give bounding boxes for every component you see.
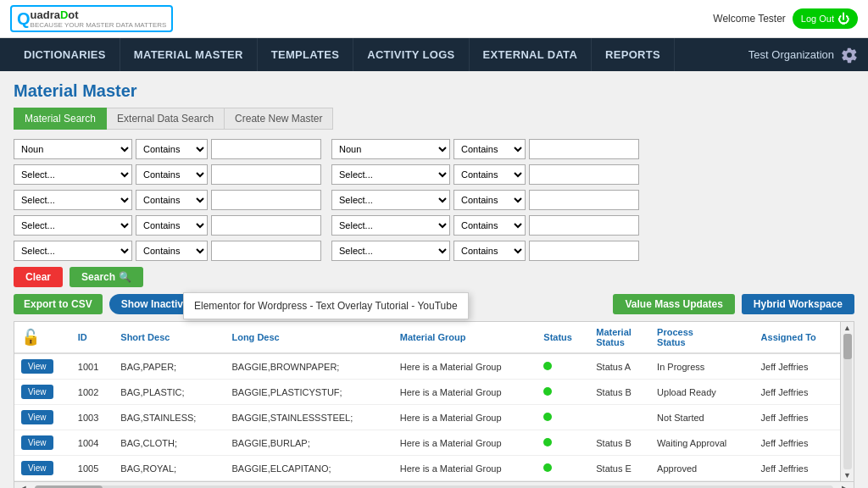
nav-material-master[interactable]: MATERIAL MASTER [120, 38, 258, 71]
nav-items: DICTIONARIES MATERIAL MASTER TEMPLATES A… [10, 38, 675, 71]
tooltip-text: Elementor for Wordpress - Text Overlay T… [194, 300, 458, 312]
view-button[interactable]: View [21, 435, 53, 450]
row-process-status: Approved [650, 456, 754, 481]
val-input-3-right[interactable] [529, 190, 639, 210]
value-mass-updates-button[interactable]: Value Mass Updates [613, 294, 734, 314]
tab-external-data-search[interactable]: External Data Search [107, 108, 225, 130]
row-material-group: Here is a Material Group [393, 456, 537, 481]
tab-bar: Material Search External Data Search Cre… [14, 108, 854, 130]
view-button[interactable]: View [21, 385, 53, 399]
noun-select-1-right[interactable]: Noun [331, 139, 450, 159]
row-view-btn-cell: View [14, 405, 71, 430]
row-status [537, 353, 589, 380]
op-select-5-left[interactable]: Contains [136, 241, 208, 261]
search-row-5-left: Select... Contains [14, 240, 321, 262]
noun-select-1-left[interactable]: Noun [14, 139, 132, 159]
op-select-1-right[interactable]: Contains [453, 139, 526, 159]
val-input-4-right[interactable] [529, 215, 639, 236]
col-assigned-to: Assigned To [754, 322, 840, 353]
scroll-up-arrow[interactable]: ▲ [843, 324, 851, 332]
view-button[interactable]: View [21, 461, 53, 475]
search-row-5-right: Select... Contains [331, 240, 639, 262]
action-buttons: Clear Search 🔍 [14, 267, 854, 287]
row-id: 1002 [71, 380, 114, 405]
lock-icon: 🔓 [21, 329, 40, 346]
op-select-3-left[interactable]: Contains [136, 190, 208, 210]
scroll-left-arrow[interactable]: ◀ [14, 484, 31, 488]
row-process-status: Not Started [650, 405, 754, 430]
results-table: 🔓 ID Short Desc Long Desc Material Group… [14, 322, 840, 481]
noun-select-3-left[interactable]: Select... [14, 190, 132, 210]
op-select-1-left[interactable]: Contains [136, 139, 208, 159]
settings-icon[interactable] [841, 47, 858, 64]
val-input-1-left[interactable] [211, 139, 321, 159]
nav-external-data[interactable]: EXTERNAL DATA [470, 38, 593, 71]
op-select-4-right[interactable]: Contains [453, 215, 526, 236]
noun-select-2-right[interactable]: Select... [331, 164, 450, 185]
val-input-1-right[interactable] [529, 139, 639, 159]
results-table-container[interactable]: 🔓 ID Short Desc Long Desc Material Group… [14, 321, 841, 482]
val-input-2-right[interactable] [529, 164, 639, 185]
col-material-status: MaterialStatus [589, 322, 650, 353]
toolbar-right: Value Mass Updates Hybrid Workspace [613, 294, 854, 314]
row-status [537, 380, 589, 405]
top-right: Welcome Tester Log Out ⏻ [713, 8, 858, 29]
row-view-btn-cell: View [14, 456, 71, 481]
view-button[interactable]: View [21, 359, 53, 374]
row-material-status [589, 405, 650, 430]
tab-create-new-master[interactable]: Create New Master [225, 108, 333, 130]
scroll-track [843, 334, 852, 469]
scroll-down-arrow[interactable]: ▼ [843, 471, 851, 480]
search-row-4-right: Select... Contains [331, 214, 639, 236]
row-long-desc: BAGGIE,BURLAP; [225, 430, 392, 456]
col-status: Status [537, 322, 589, 353]
search-left-col: Noun Contains Select... Contains Select.… [14, 138, 321, 262]
row-assigned-to: Jeff Jeffries [754, 405, 840, 430]
top-bar: Q uadraDot BECAUSE YOUR MASTER DATA MATT… [0, 0, 868, 38]
search-button[interactable]: Search 🔍 [70, 267, 143, 287]
op-select-5-right[interactable]: Contains [453, 241, 526, 261]
col-id: ID [71, 322, 114, 353]
col-lock: 🔓 [14, 322, 71, 353]
status-indicator [543, 438, 552, 446]
val-input-4-left[interactable] [211, 215, 321, 236]
noun-select-2-left[interactable]: Select... [14, 164, 132, 185]
vertical-scrollbar[interactable]: ▲ ▼ [841, 321, 854, 482]
op-select-3-right[interactable]: Contains [453, 190, 526, 210]
val-input-5-right[interactable] [529, 241, 639, 261]
val-input-2-left[interactable] [211, 164, 321, 185]
logout-button[interactable]: Log Out ⏻ [793, 8, 858, 29]
val-input-3-left[interactable] [211, 190, 321, 210]
noun-select-5-right[interactable]: Select... [331, 241, 450, 261]
noun-select-4-left[interactable]: Select... [14, 215, 132, 236]
nav-templates[interactable]: TEMPLATES [258, 38, 353, 71]
col-process-status: ProcessStatus [650, 322, 754, 353]
col-material-group: Material Group [393, 322, 537, 353]
view-button[interactable]: View [21, 410, 53, 424]
noun-select-3-right[interactable]: Select... [331, 190, 450, 210]
nav-reports[interactable]: REPORTS [592, 38, 675, 71]
tab-material-search[interactable]: Material Search [14, 108, 107, 130]
main-nav: DICTIONARIES MATERIAL MASTER TEMPLATES A… [0, 38, 868, 71]
scroll-right-arrow[interactable]: ▶ [837, 484, 854, 488]
op-select-4-left[interactable]: Contains [136, 215, 208, 236]
export-csv-button[interactable]: Export to CSV [14, 294, 103, 314]
row-material-group: Here is a Material Group [393, 405, 537, 430]
noun-select-5-left[interactable]: Select... [14, 241, 132, 261]
horizontal-scrollbar[interactable]: ◀ ▶ [14, 482, 854, 488]
row-view-btn-cell: View [14, 380, 71, 405]
row-short-desc: BAG,CLOTH; [114, 430, 225, 456]
hybrid-workspace-button[interactable]: Hybrid Workspace [742, 294, 854, 314]
status-indicator [543, 463, 552, 472]
nav-dictionaries[interactable]: DICTIONARIES [10, 38, 120, 71]
row-process-status: In Progress [650, 353, 754, 380]
tooltip-overlay: Elementor for Wordpress - Text Overlay T… [183, 292, 469, 319]
op-select-2-left[interactable]: Contains [136, 164, 208, 185]
logo-q: Q [17, 9, 31, 29]
clear-button[interactable]: Clear [14, 267, 63, 287]
noun-select-4-right[interactable]: Select... [331, 215, 450, 236]
val-input-5-left[interactable] [211, 241, 321, 261]
nav-activity-logs[interactable]: ACTIVITY LOGS [353, 38, 469, 71]
op-select-2-right[interactable]: Contains [453, 164, 526, 185]
logo-name: uadraDot [31, 8, 79, 21]
